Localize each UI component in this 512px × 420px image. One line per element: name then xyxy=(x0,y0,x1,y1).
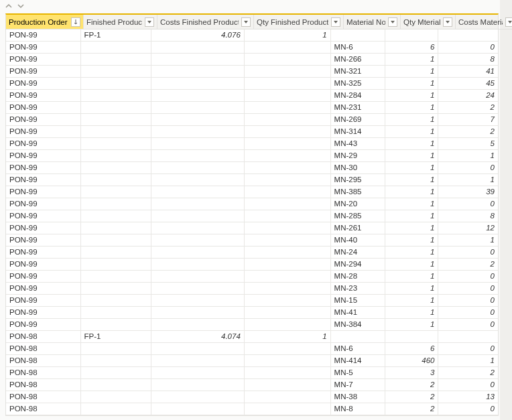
cell-mat: MN-24 xyxy=(331,247,386,259)
cell-costs_fp xyxy=(151,78,244,90)
filter-dropdown-icon[interactable] xyxy=(388,17,397,27)
table-row[interactable]: PON-99MN-29511 xyxy=(6,174,498,186)
cell-fp xyxy=(81,271,152,283)
cell-fp xyxy=(81,222,152,234)
filter-dropdown-icon[interactable] xyxy=(505,17,512,27)
table-row[interactable]: PON-98MN-820 xyxy=(6,403,498,415)
table-row[interactable]: PON-98MN-660 xyxy=(6,343,498,355)
cell-qty_fp xyxy=(245,307,331,319)
cell-qty_mat: 1 xyxy=(385,307,438,319)
table-row[interactable]: PON-99MN-31412 xyxy=(6,126,498,138)
cell-mat: MN-284 xyxy=(331,90,386,102)
filter-dropdown-icon[interactable] xyxy=(443,17,452,27)
cell-fp xyxy=(81,259,152,271)
filter-dropdown-icon[interactable] xyxy=(241,17,251,27)
table-row[interactable]: PON-99FP-14.0761 xyxy=(6,29,498,42)
cell-costs_fp xyxy=(151,307,244,319)
table-row[interactable]: PON-99MN-321141 xyxy=(6,66,498,78)
column-header-costs_mat[interactable]: Costs Material xyxy=(456,15,512,29)
cell-qty_fp xyxy=(245,319,331,331)
cell-costs_fp xyxy=(151,222,244,234)
cell-qty_fp xyxy=(245,210,331,222)
cell-pon: PON-99 xyxy=(6,222,81,234)
table-row[interactable]: PON-99MN-2010 xyxy=(6,198,498,210)
table-row[interactable]: PON-99MN-26917 xyxy=(6,114,498,126)
table-row[interactable]: PON-98MN-532 xyxy=(6,367,498,379)
table-row[interactable]: PON-98MN-4144601 xyxy=(6,355,498,367)
cell-pon: PON-99 xyxy=(6,198,81,210)
chevron-up-icon[interactable] xyxy=(4,1,13,11)
table-row[interactable]: PON-99MN-284124 xyxy=(6,90,498,102)
cell-fp xyxy=(81,90,152,102)
cell-qty_mat xyxy=(385,331,438,343)
cell-fp xyxy=(81,78,152,90)
cell-qty_fp xyxy=(245,222,331,234)
table-row[interactable]: PON-99MN-2410 xyxy=(6,247,498,259)
table-row[interactable]: PON-99MN-4110 xyxy=(6,307,498,319)
cell-qty_fp xyxy=(245,90,331,102)
table-row[interactable]: PON-98MN-38213 xyxy=(6,391,498,403)
table-row[interactable]: PON-98FP-14.0741 xyxy=(6,331,498,343)
cell-qty_mat: 1 xyxy=(385,283,438,295)
scrollbar-vertical[interactable] xyxy=(500,0,512,420)
cell-mat: MN-20 xyxy=(331,198,386,210)
column-header-mat[interactable]: Material No xyxy=(344,15,401,29)
cell-mat xyxy=(331,331,386,343)
table-row[interactable]: PON-99MN-29412 xyxy=(6,259,498,271)
filter-dropdown-icon[interactable] xyxy=(145,17,154,27)
column-header-qty_fp[interactable]: Qty Finished Product xyxy=(254,15,344,29)
cell-costs_mat: 2 xyxy=(438,126,498,138)
cell-costs_fp xyxy=(151,66,244,78)
table-row[interactable]: PON-99MN-2911 xyxy=(6,150,498,162)
cell-pon: PON-99 xyxy=(6,234,81,247)
table-row[interactable]: PON-99MN-385139 xyxy=(6,186,498,198)
cell-mat: MN-6 xyxy=(331,343,386,355)
cell-costs_mat: 0 xyxy=(438,403,498,415)
cell-fp xyxy=(81,174,152,186)
cell-pon: PON-99 xyxy=(6,174,81,186)
table-row[interactable]: PON-99MN-23112 xyxy=(6,102,498,114)
table-row[interactable]: PON-99MN-28518 xyxy=(6,210,498,222)
chevron-down-icon[interactable] xyxy=(16,1,25,11)
table-row[interactable]: PON-99MN-26618 xyxy=(6,54,498,66)
column-header-pon[interactable]: Production Order No xyxy=(6,15,84,29)
table-row[interactable]: PON-99MN-261112 xyxy=(6,222,498,234)
table-row[interactable]: PON-99MN-2810 xyxy=(6,271,498,283)
cell-fp xyxy=(81,138,152,150)
cell-costs_fp xyxy=(151,186,244,198)
cell-fp xyxy=(81,102,152,114)
cell-qty_mat: 2 xyxy=(385,391,438,403)
table-row[interactable]: PON-99MN-3010 xyxy=(6,162,498,174)
table-row[interactable]: PON-99MN-660 xyxy=(6,42,498,54)
cell-qty_mat: 6 xyxy=(385,42,438,54)
column-header-costs_fp[interactable]: Costs Finished Product xyxy=(157,15,254,29)
cell-qty_fp xyxy=(245,54,331,66)
cell-qty_mat: 3 xyxy=(385,367,438,379)
table-row[interactable]: PON-99MN-2310 xyxy=(6,283,498,295)
cell-qty_mat: 1 xyxy=(385,210,438,222)
column-header-qty_mat[interactable]: Qty Mterial xyxy=(401,15,456,29)
table-row[interactable]: PON-99MN-4315 xyxy=(6,138,498,150)
cell-costs_fp xyxy=(151,283,244,295)
cell-fp xyxy=(81,210,152,222)
cell-qty_fp xyxy=(245,150,331,162)
cell-qty_fp: 1 xyxy=(245,29,331,42)
table-row[interactable]: PON-99MN-38410 xyxy=(6,319,498,331)
cell-mat xyxy=(331,29,386,42)
cell-mat: MN-8 xyxy=(331,403,386,415)
cell-qty_fp xyxy=(245,367,331,379)
cell-fp xyxy=(81,42,152,54)
cell-qty_fp xyxy=(245,174,331,186)
cell-costs_mat: 41 xyxy=(438,66,498,78)
filter-dropdown-icon[interactable] xyxy=(331,17,340,27)
cell-costs_mat: 39 xyxy=(438,186,498,198)
table-row[interactable]: PON-99MN-4011 xyxy=(6,234,498,247)
toolbar xyxy=(0,0,512,12)
cell-costs_mat: 5 xyxy=(438,138,498,150)
cell-fp xyxy=(81,66,152,78)
table-row[interactable]: PON-98MN-720 xyxy=(6,379,498,391)
table-row[interactable]: PON-99MN-325145 xyxy=(6,78,498,90)
sort-desc-icon[interactable] xyxy=(71,17,80,27)
column-header-fp[interactable]: Finished Product xyxy=(84,15,157,29)
table-row[interactable]: PON-99MN-1510 xyxy=(6,295,498,307)
